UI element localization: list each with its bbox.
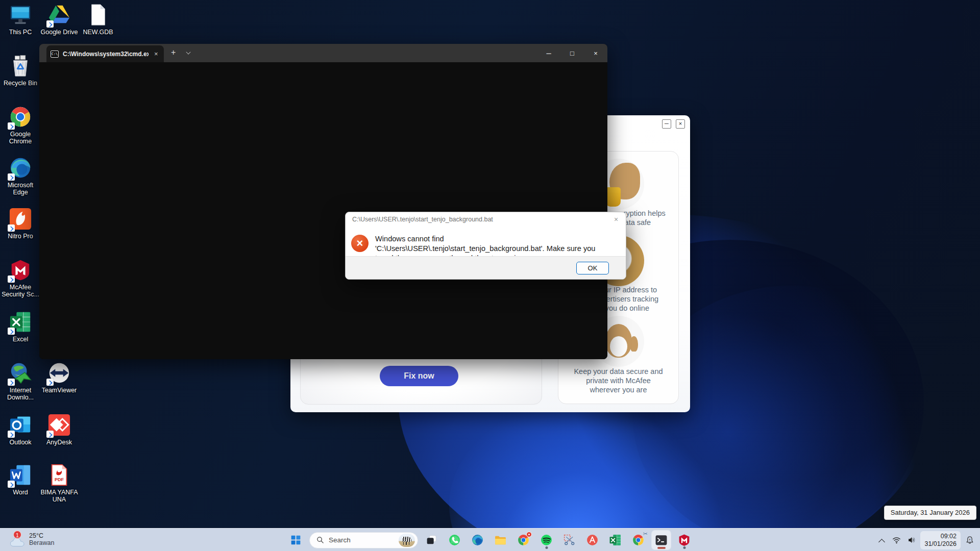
- terminal-titlebar[interactable]: C:\ C:\Windows\system32\cmd.exe × + ─ □ …: [39, 44, 607, 62]
- taskbar-icon-mcafee[interactable]: [675, 531, 694, 549]
- taskbar-icon-whatsapp[interactable]: [445, 531, 464, 549]
- taskbar-icon-anydesk[interactable]: [583, 531, 602, 549]
- weather-widget[interactable]: 1 25°C Berawan: [6, 531, 57, 548]
- desktop-icon-label: Excel: [1, 336, 40, 343]
- wifi-icon[interactable]: [890, 533, 903, 548]
- scissors-overlay-icon: ✂: [643, 531, 648, 537]
- taskbar-icon-file-explorer[interactable]: [491, 531, 510, 549]
- taskbar-app-glyph: [448, 534, 461, 546]
- desktop-icon-tv[interactable]: TeamViewer: [40, 361, 79, 394]
- taskbar-icon-snipping-tool[interactable]: [560, 531, 579, 549]
- desktop-icon-label: Google Drive: [40, 29, 79, 36]
- app-icon: [47, 463, 71, 487]
- desktop-icon-label: Google Chrome: [1, 131, 40, 145]
- shortcut-arrow-icon: [8, 122, 15, 130]
- taskbar-app-icons: ✂: [422, 531, 694, 549]
- desktop-icon-word[interactable]: Word: [1, 463, 40, 496]
- desktop-icon-nitro[interactable]: Nitro Pro: [1, 207, 40, 240]
- bear-badge: [605, 187, 621, 207]
- desktop-icon-bin[interactable]: Recycle Bin: [1, 54, 40, 87]
- taskbar-app-glyph: [471, 534, 484, 546]
- bear-badge: M: [613, 340, 624, 353]
- desktop-icon-label: TeamViewer: [40, 387, 79, 394]
- tab-close-icon[interactable]: ×: [153, 50, 160, 58]
- taskbar-icon-spotify[interactable]: [537, 531, 556, 549]
- shortcut-arrow-icon: [8, 431, 15, 438]
- notification-bell-icon[interactable]: z: [963, 533, 977, 548]
- tab-dropdown-icon[interactable]: [186, 50, 191, 55]
- taskbar-app-glyph: [655, 534, 668, 546]
- terminal-tab[interactable]: C:\ C:\Windows\system32\cmd.exe ×: [46, 45, 164, 62]
- date-tooltip: Saturday, 31 January 2026: [884, 506, 976, 520]
- search-box[interactable]: [309, 532, 418, 548]
- weather-condition: Berawan: [29, 539, 54, 546]
- clock[interactable]: 09:02 31/01/2026: [920, 531, 961, 549]
- desktop-icon-pdf[interactable]: BIMA YANFA UNA: [40, 463, 79, 503]
- running-indicator-dot: [545, 546, 548, 549]
- desktop-icon-label: AnyDesk: [40, 439, 79, 446]
- desktop-icon-doc[interactable]: NEW.GDB: [79, 3, 117, 36]
- error-dialog-close-icon[interactable]: ×: [611, 214, 621, 224]
- ok-button[interactable]: OK: [576, 262, 609, 274]
- error-dialog-footer: OK: [346, 256, 626, 279]
- desktop-icon-chrome[interactable]: Google Chrome: [1, 105, 40, 145]
- active-window-indicator: [657, 547, 666, 549]
- desktop-icon-pc[interactable]: This PC: [1, 3, 40, 36]
- volume-icon[interactable]: [905, 533, 918, 548]
- mcafee-minimize-button[interactable]: ─: [662, 119, 671, 129]
- desktop-icon-edge[interactable]: Microsoft Edge: [1, 156, 40, 196]
- taskbar-icon-chrome[interactable]: [514, 531, 533, 549]
- fix-now-button[interactable]: Fix now: [380, 366, 458, 386]
- terminal-tab-title: C:\Windows\system32\cmd.exe: [63, 51, 149, 58]
- app-icon: [9, 54, 32, 78]
- taskbar-icon-chrome-alt[interactable]: ✂: [629, 531, 648, 549]
- cmd-icon: C:\: [51, 51, 59, 58]
- taskbar-app-glyph: [494, 534, 507, 546]
- desktop-icon-idm[interactable]: Internet Downlo...: [1, 361, 40, 401]
- new-tab-button[interactable]: +: [171, 48, 176, 57]
- hidden-icons-chevron[interactable]: [875, 533, 888, 548]
- taskbar-icon-excel[interactable]: [606, 531, 625, 549]
- terminal-body[interactable]: [39, 62, 607, 359]
- notification-badge: [526, 532, 532, 537]
- tray-time: 09:02: [924, 533, 957, 540]
- start-button[interactable]: [286, 531, 305, 549]
- shortcut-arrow-icon: [8, 276, 15, 283]
- desktop-icon-label: NEW.GDB: [79, 29, 117, 36]
- promo-text: Keep your data secure andprivate with Mc…: [558, 367, 678, 394]
- error-dialog-title: C:\Users\USER\.tenjo\start_tenjo_backgro…: [352, 216, 493, 223]
- taskbar-app-glyph: [678, 534, 691, 546]
- taskbar-app-glyph: [586, 534, 599, 546]
- error-dialog: C:\Users\USER\.tenjo\start_tenjo_backgro…: [345, 212, 626, 280]
- terminal-window: C:\ C:\Windows\system32\cmd.exe × + ─ □ …: [39, 44, 607, 359]
- taskbar-icon-edge[interactable]: [468, 531, 487, 549]
- taskbar-icon-terminal[interactable]: [652, 531, 671, 549]
- mcafee-close-button[interactable]: ×: [676, 119, 685, 129]
- taskbar-icon-task-view[interactable]: [422, 531, 441, 549]
- windows-logo-icon: [289, 534, 302, 546]
- error-icon: ×: [351, 235, 369, 252]
- taskbar: 1 25°C Berawan: [0, 528, 980, 551]
- terminal-close-button[interactable]: ×: [584, 44, 607, 62]
- tray-date: 31/01/2026: [924, 540, 957, 548]
- search-daily-image-zebra[interactable]: [399, 534, 415, 547]
- desktop-icon-label: Word: [1, 489, 40, 496]
- search-input[interactable]: [329, 536, 395, 544]
- desktop-icon-label: This PC: [1, 29, 40, 36]
- shortcut-arrow-icon: [46, 431, 54, 438]
- terminal-maximize-button[interactable]: □: [560, 44, 584, 62]
- error-dialog-titlebar[interactable]: C:\Users\USER\.tenjo\start_tenjo_backgro…: [346, 212, 626, 227]
- desktop-icon-drive[interactable]: Google Drive: [40, 3, 79, 36]
- taskbar-app-glyph: [425, 534, 438, 546]
- desktop-icon-label: Internet Downlo...: [1, 387, 40, 401]
- shortcut-arrow-icon: [46, 379, 54, 386]
- desktop-icon-anydesk[interactable]: AnyDesk: [40, 413, 79, 446]
- shortcut-arrow-icon: [8, 379, 15, 386]
- desktop-icon-label: Microsoft Edge: [1, 182, 40, 196]
- terminal-minimize-button[interactable]: ─: [537, 44, 560, 62]
- desktop-icon-excel[interactable]: Excel: [1, 310, 40, 343]
- system-tray: 09:02 31/01/2026 z: [875, 529, 977, 551]
- desktop-icon-mcafee[interactable]: McAfee Security Sc...: [1, 258, 40, 298]
- desktop-icon-outlook[interactable]: Outlook: [1, 413, 40, 446]
- desktop-icon-label: BIMA YANFA UNA: [40, 489, 79, 503]
